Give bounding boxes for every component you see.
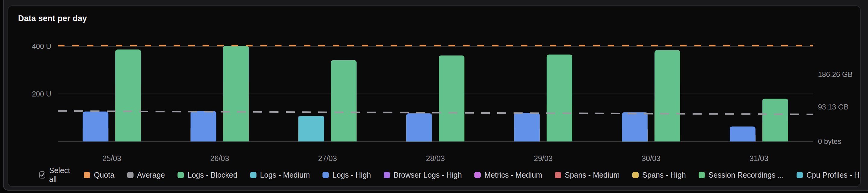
legend-item-logs_medium[interactable]: Logs - Medium <box>250 171 310 180</box>
segment-logs_blocked[interactable] <box>331 60 356 141</box>
segment-logs_high[interactable] <box>190 111 216 141</box>
bar-26/03-a[interactable] <box>190 111 216 141</box>
legend-item-cpu_profiles_high[interactable]: Cpu Profiles - High <box>797 171 861 180</box>
legend-label: Metrics - Medium <box>484 171 542 180</box>
legend-item-session_recordings[interactable]: Session Recordings ... <box>699 171 784 180</box>
legend-label: Logs - Blocked <box>187 171 237 180</box>
x-axis-label: 30/03 <box>627 154 675 163</box>
x-axis-label: 27/03 <box>304 154 352 163</box>
bar-27/03-a[interactable] <box>299 116 324 141</box>
legend-swatch-session_recordings <box>699 172 705 178</box>
legend-swatch-logs_blocked <box>178 172 184 178</box>
right-tick: 93.13 GB <box>818 102 848 112</box>
segment-logs_blocked[interactable] <box>547 55 572 141</box>
legend-swatch-spans_medium <box>555 172 561 178</box>
legend-label: Logs - Medium <box>260 171 310 180</box>
usage-chart-card: Data sent per day 400 U200 U 186.26 GB93… <box>7 5 861 187</box>
select-all-label: Select all <box>49 166 71 184</box>
legend-label: Average <box>137 171 165 180</box>
segment-logs_high[interactable] <box>622 112 648 141</box>
x-axis-label: 29/03 <box>519 154 567 163</box>
bar-28/03-a[interactable] <box>406 113 432 141</box>
segment-logs_high[interactable] <box>83 112 108 141</box>
legend-label: Spans - Medium <box>565 171 620 180</box>
bar-29/03-a[interactable] <box>514 113 540 142</box>
legend-item-logs_blocked[interactable]: Logs - Blocked <box>178 171 237 180</box>
bar-30/03-b[interactable] <box>655 50 680 141</box>
x-axis-label: 28/03 <box>411 154 460 163</box>
bar-27/03-b[interactable] <box>331 60 356 141</box>
x-axis-label: 25/03 <box>88 154 136 163</box>
right-tick: 0 bytes <box>818 137 841 146</box>
bar-26/03-b[interactable] <box>223 46 249 141</box>
segment-logs_high[interactable] <box>406 113 432 141</box>
legend-label: Spans - High <box>642 171 686 180</box>
bar-25/03-b[interactable] <box>115 50 141 141</box>
legend-swatch-spans_high <box>632 172 639 178</box>
page: Data sent per day 400 U200 U 186.26 GB93… <box>0 0 868 193</box>
legend-item-quota[interactable]: Quota <box>84 171 114 180</box>
legend-item-spans_high[interactable]: Spans - High <box>632 171 686 180</box>
legend-swatch-logs_high <box>322 172 329 178</box>
left-tick: 400 U <box>8 42 51 51</box>
segment-logs_high[interactable] <box>730 126 755 141</box>
legend-label: Browser Logs - High <box>394 171 462 180</box>
legend-item-average[interactable]: Average <box>127 171 165 180</box>
x-axis-label: 26/03 <box>195 154 244 163</box>
bar-28/03-b[interactable] <box>439 55 464 141</box>
legend-swatch-metrics_medium <box>474 172 481 178</box>
segment-logs_blocked[interactable] <box>439 55 464 141</box>
average-line <box>58 111 813 114</box>
legend-item-metrics_medium[interactable]: Metrics - Medium <box>474 171 542 180</box>
bar-29/03-b[interactable] <box>547 55 572 141</box>
right-tick: 186.26 GB <box>818 70 852 79</box>
segment-logs_blocked[interactable] <box>655 50 680 141</box>
segment-logs_blocked[interactable] <box>223 46 249 141</box>
segment-logs_medium[interactable] <box>299 116 324 141</box>
x-axis-label: 31/03 <box>735 154 783 163</box>
legend: Select all QuotaAverageLogs - BlockedLog… <box>39 171 861 179</box>
bar-31/03-b[interactable] <box>763 99 788 141</box>
legend-select-all[interactable]: Select all <box>39 166 71 184</box>
legend-label: Cpu Profiles - High <box>807 171 861 180</box>
legend-item-logs_high[interactable]: Logs - High <box>322 171 371 180</box>
legend-swatch-cpu_profiles_high <box>797 172 803 178</box>
legend-swatch-quota <box>84 172 90 178</box>
legend-swatch-logs_medium <box>250 172 256 178</box>
bar-31/03-a[interactable] <box>730 126 755 141</box>
legend-swatch-browser_logs_high <box>384 172 390 178</box>
bar-30/03-a[interactable] <box>622 112 648 141</box>
segment-logs_blocked[interactable] <box>763 99 788 141</box>
checkmark-icon <box>40 172 44 177</box>
legend-item-browser_logs_high[interactable]: Browser Logs - High <box>384 171 462 180</box>
legend-item-spans_medium[interactable]: Spans - Medium <box>555 171 620 180</box>
legend-label: Session Recordings ... <box>709 171 784 180</box>
segment-logs_blocked[interactable] <box>115 50 141 141</box>
legend-label: Logs - High <box>333 171 371 180</box>
legend-swatch-average <box>127 172 133 178</box>
segment-logs_high[interactable] <box>514 113 540 142</box>
legend-label: Quota <box>94 171 114 180</box>
left-tick: 200 U <box>8 89 51 99</box>
bar-25/03-a[interactable] <box>83 112 108 141</box>
select-all-checkbox[interactable] <box>39 171 45 178</box>
